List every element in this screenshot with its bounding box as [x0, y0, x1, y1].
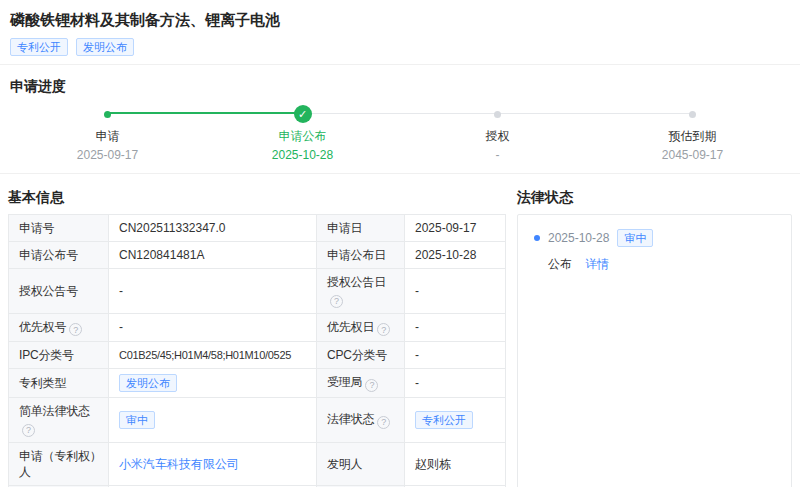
- basic-info-section: 基本信息 申请号 CN202511332347.0 申请日 2025-09-17…: [8, 188, 505, 487]
- basic-info-title: 基本信息: [8, 188, 505, 206]
- patent-type-badge: 发明公布: [119, 374, 177, 392]
- help-icon[interactable]: ?: [330, 295, 343, 308]
- field-label: IPC分类号: [9, 342, 109, 369]
- step-date: 2025-09-17: [77, 147, 138, 163]
- application-progress-section: 申请进度 申请 2025-09-17 ✓ 申请公布 2025-10-28 授权 …: [0, 65, 800, 174]
- field-label: CPC分类号: [317, 342, 405, 369]
- field-value: 赵则栋: [405, 442, 506, 485]
- field-label: 优先权日?: [317, 313, 405, 342]
- ipc-codes: C01B25/45;H01M4/58;H01M10/0525: [119, 349, 291, 361]
- field-value: 审中: [109, 398, 317, 443]
- legal-status-text: 公布: [548, 257, 572, 271]
- legal-status-item-badge: 审中: [617, 229, 653, 247]
- timeline-dot-icon: [534, 235, 540, 241]
- progress-step-grant: 授权 -: [400, 105, 595, 163]
- field-label: 申请公布号: [9, 242, 109, 269]
- field-value: -: [109, 269, 317, 314]
- field-label: 优先权号?: [9, 313, 109, 342]
- field-value: 小米汽车科技有限公司: [109, 442, 317, 485]
- help-icon[interactable]: ?: [22, 424, 35, 437]
- field-label: 申请号: [9, 215, 109, 242]
- field-value: -: [405, 342, 506, 369]
- field-value: C01B25/45;H01M4/58;H01M10/0525: [109, 342, 317, 369]
- field-value: 2025-09-17: [405, 215, 506, 242]
- field-label: 申请（专利权）人: [9, 442, 109, 485]
- step-check-icon: ✓: [294, 105, 312, 123]
- field-value: -: [405, 313, 506, 342]
- legal-status-title: 法律状态: [517, 188, 792, 206]
- simple-legal-status-badge: 审中: [119, 411, 155, 429]
- legal-status-date: 2025-10-28: [548, 231, 609, 245]
- field-label: 授权公告日?: [317, 269, 405, 314]
- table-row: 申请号 CN202511332347.0 申请日 2025-09-17: [9, 215, 506, 242]
- legal-status-badge: 专利公开: [415, 411, 473, 429]
- progress-step-publication: ✓ 申请公布 2025-10-28: [205, 105, 400, 163]
- legal-status-panel: 2025-10-28 审中 公布 详情: [517, 214, 792, 487]
- table-row: 申请（专利权）人 小米汽车科技有限公司 发明人 赵则栋: [9, 442, 506, 485]
- patent-title: 磷酸铁锂材料及其制备方法、锂离子电池: [10, 10, 790, 30]
- field-label: 发明人: [317, 442, 405, 485]
- table-row: 授权公告号 - 授权公告日? -: [9, 269, 506, 314]
- step-date: 2045-09-17: [662, 147, 723, 163]
- field-label: 受理局?: [317, 369, 405, 398]
- field-value: -: [109, 313, 317, 342]
- step-dot-pending-icon: [494, 111, 501, 118]
- table-row: 简单法律状态? 审中 法律状态? 专利公开: [9, 398, 506, 443]
- basic-info-table: 申请号 CN202511332347.0 申请日 2025-09-17 申请公布…: [8, 214, 506, 487]
- step-label: 预估到期: [669, 128, 717, 144]
- field-value: 发明公布: [109, 369, 317, 398]
- field-label: 授权公告号: [9, 269, 109, 314]
- step-date: 2025-10-28: [272, 147, 333, 163]
- patent-header: 磷酸铁锂材料及其制备方法、锂离子电池 专利公开 发明公布: [0, 0, 800, 65]
- table-row: 申请公布号 CN120841481A 申请公布日 2025-10-28: [9, 242, 506, 269]
- step-dot-pending-icon: [689, 111, 696, 118]
- field-value: CN120841481A: [109, 242, 317, 269]
- table-row: 优先权号? - 优先权日? -: [9, 313, 506, 342]
- step-label: 申请: [96, 128, 120, 144]
- legal-status-item: 2025-10-28 审中 公布 详情: [534, 229, 775, 273]
- applicant-link[interactable]: 小米汽车科技有限公司: [119, 457, 239, 471]
- patent-open-badge: 专利公开: [10, 38, 68, 56]
- progress-step-apply: 申请 2025-09-17: [10, 105, 205, 163]
- help-icon[interactable]: ?: [69, 323, 82, 336]
- table-row: 专利类型 发明公布 受理局? -: [9, 369, 506, 398]
- invention-publication-badge: 发明公布: [76, 38, 134, 56]
- field-value: -: [405, 269, 506, 314]
- help-icon[interactable]: ?: [365, 379, 378, 392]
- table-row: IPC分类号 C01B25/45;H01M4/58;H01M10/0525 CP…: [9, 342, 506, 369]
- field-value: 专利公开: [405, 398, 506, 443]
- field-label: 申请日: [317, 215, 405, 242]
- field-label: 专利类型: [9, 369, 109, 398]
- progress-timeline: 申请 2025-09-17 ✓ 申请公布 2025-10-28 授权 - 预估到…: [10, 105, 790, 163]
- step-label: 申请公布: [279, 128, 327, 144]
- progress-step-expiry: 预估到期 2045-09-17: [595, 105, 790, 163]
- field-label: 法律状态?: [317, 398, 405, 443]
- field-value: -: [405, 369, 506, 398]
- help-icon[interactable]: ?: [377, 323, 390, 336]
- step-dot-done-icon: [104, 111, 111, 118]
- progress-section-title: 申请进度: [10, 77, 790, 95]
- legal-status-section: 法律状态 2025-10-28 审中 公布 详情: [517, 188, 792, 487]
- field-value: 2025-10-28: [405, 242, 506, 269]
- field-value: CN202511332347.0: [109, 215, 317, 242]
- field-label: 简单法律状态?: [9, 398, 109, 443]
- step-date: -: [496, 147, 500, 163]
- step-label: 授权: [486, 128, 510, 144]
- field-label: 申请公布日: [317, 242, 405, 269]
- patent-badge-row: 专利公开 发明公布: [10, 38, 790, 56]
- help-icon[interactable]: ?: [377, 416, 390, 429]
- legal-status-detail-link[interactable]: 详情: [585, 257, 609, 271]
